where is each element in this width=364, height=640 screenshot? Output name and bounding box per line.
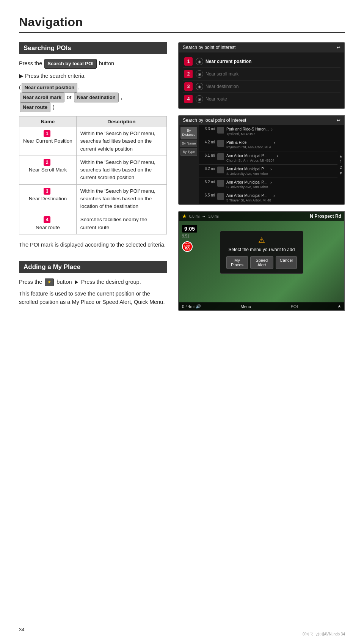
lpoi-dist: 6.2 mi — [202, 180, 215, 184]
screen1-back[interactable]: ↩ — [337, 45, 340, 50]
screen1-item-label: Near destination — [206, 84, 238, 89]
lpoi-arrow: › — [270, 167, 272, 172]
sidebar-btn-by-name[interactable]: By Name — [180, 140, 197, 148]
table-cell-name: 3 Near Destination — [19, 184, 77, 213]
topbar-right: N Prospect Rd — [310, 214, 341, 219]
topbar-left: ★ 0.8 mi → 3.0 mi — [182, 213, 218, 219]
table-cell-name: 4 Near route — [19, 213, 77, 234]
myplace-map: ★ 0.8 mi → 3.0 mi N Prospect Rd 9:05 — [179, 212, 344, 310]
lpoi-item[interactable]: 6.2 mi Ann Arbor Municipal P... S Univer… — [199, 178, 337, 191]
screen2-title: Search by local point of interest — [183, 118, 246, 123]
near-scroll-mark-label[interactable]: Near scroll mark — [20, 93, 64, 102]
searching-pois-header: Searching POIs — [19, 42, 167, 54]
screen1-item-label: Near route — [206, 96, 227, 102]
lpoi-dist: 6.2 mi — [202, 167, 215, 171]
page-title: Navigation — [19, 15, 345, 29]
table-cell-name: 2 Near Scroll Mark — [19, 156, 77, 184]
lpoi-poi-icon — [217, 127, 224, 134]
speed-alert-button[interactable]: Speed Alert — [250, 256, 273, 269]
bottom-dist: 0.44mi 🔊 — [182, 304, 201, 309]
lpoi-name-text: Ann Arbor Municipal P... S University Av… — [226, 167, 268, 176]
near-destination-label[interactable]: Near destination — [74, 93, 119, 102]
screen2-header: Search by local point of interest ↩ — [179, 116, 344, 125]
table-cell-desc: Searches facilities nearby the current r… — [76, 213, 166, 234]
myplace-topbar: ★ 0.8 mi → 3.0 mi N Prospect Rd — [179, 212, 344, 221]
desired-text: desired group. — [106, 279, 141, 285]
table-cell-desc: Within the 'Search by POI' menu, searche… — [76, 156, 166, 184]
row-badge-2: 2 — [44, 159, 50, 166]
bottom-menu-btn[interactable]: Menu — [241, 304, 251, 309]
table-col-desc: Description — [76, 116, 166, 127]
title-divider — [19, 32, 345, 33]
star-icon: ★ — [182, 213, 187, 219]
time-display: 9:05 — [182, 225, 197, 233]
top-dist-left: 0.8 mi — [189, 214, 199, 219]
myplace-button-icon[interactable] — [45, 278, 54, 286]
screen2-body: By DistanceBy NameBy Type 3.3 mi Park an… — [179, 125, 344, 204]
screen1-item-label: Near current position — [206, 59, 251, 64]
adding-myplace-header: Adding a My Place — [19, 261, 167, 273]
screen2-back[interactable]: ↩ — [337, 118, 340, 123]
intro-text: Press the — [19, 60, 42, 66]
adding-myplace-section: Adding a My Place Press the button Press… — [19, 261, 167, 306]
search-by-local-poi-button[interactable]: Search by local POI — [44, 59, 96, 69]
screen-poi: Search by point of interest ↩ 1 ◉ Near c… — [178, 42, 345, 109]
lpoi-dist: 6.1 mi — [202, 153, 215, 157]
lpoi-arrow: › — [277, 153, 278, 159]
arrow-icon-1 — [75, 280, 78, 284]
screen1-badge-2: 2 — [184, 70, 193, 78]
table-cell-name: 1 Near Current Position — [19, 127, 77, 156]
screen1-item[interactable]: 4 ◉ Near route — [183, 93, 340, 105]
lpoi-poi-icon — [217, 140, 224, 147]
lpoi-item[interactable]: 3.3 mi Park and Ride-S Huron... Ypsilant… — [199, 125, 337, 138]
lpoi-item[interactable]: 4.2 mi Park & Ride Plymouth Rd, Ann Arbo… — [199, 138, 337, 151]
screen1-body: 1 ◉ Near current position 2 ◉ Near scrol… — [179, 52, 344, 108]
speed-value: 50 — [183, 247, 192, 251]
myplace-bottombar: 0.44mi 🔊 Menu POI ★ — [179, 302, 344, 310]
poi-icon-4: ◉ — [196, 95, 203, 103]
warning-icon: ⚠ — [226, 236, 297, 245]
lpoi-arrow: › — [271, 127, 273, 132]
row-badge-4: 4 — [44, 216, 50, 223]
lpoi-item[interactable]: 6.2 mi Ann Arbor Municipal P... S Univer… — [199, 165, 337, 178]
file-info: 0[미국_영어]AVN.indb 34 — [303, 632, 345, 637]
screen-myplace: ★ 0.8 mi → 3.0 mi N Prospect Rd 9:05 — [178, 211, 345, 311]
screen1-badge-4: 4 — [184, 95, 193, 103]
left-panel: 9:05 9.51 SPEED LIMIT 50 — [182, 225, 197, 252]
my-places-button[interactable]: My Places — [226, 256, 248, 269]
table-row: 1 Near Current Position Within the 'Sear… — [19, 127, 167, 156]
arrow-para: ▶ Press the search criteria. — [19, 72, 167, 80]
press-text-2: Press the — [81, 279, 104, 285]
screen1-item[interactable]: 3 ◉ Near destination — [183, 80, 340, 93]
cancel-button[interactable]: Cancel — [276, 256, 297, 269]
intro-cont: button — [99, 60, 114, 66]
bottom-poi-btn[interactable]: POI — [291, 304, 298, 309]
speed-limit-badge: SPEED LIMIT 50 — [182, 241, 197, 252]
modal-buttons: My Places Speed Alert Cancel — [226, 256, 297, 269]
footer-text: The POI mark is displayed according to t… — [19, 241, 167, 249]
sidebar-btn-by-type[interactable]: By Type — [180, 148, 197, 156]
lpoi-arrow: › — [274, 140, 275, 145]
lpoi-dist: 3.3 mi — [202, 127, 215, 131]
near-current-position-label[interactable]: Near current position — [22, 83, 77, 93]
lpoi-name-text: Park & Ride Plymouth Rd, Ann Arbor, MI A — [226, 140, 271, 149]
screen-lpoi: Search by local point of interest ↩ By D… — [178, 115, 345, 205]
page-container: Navigation Searching POIs Press the Sear… — [0, 0, 364, 334]
table-row: 2 Near Scroll Mark Within the 'Search by… — [19, 156, 167, 184]
left-column: Searching POIs Press the Search by local… — [19, 42, 167, 310]
top-dist-right: 3.0 mi — [208, 214, 218, 219]
lpoi-dist: 4.2 mi — [202, 140, 215, 144]
criteria-para: (Near current position, Near scroll mark… — [19, 83, 167, 112]
lpoi-item[interactable]: 6.5 mi Ann Arbor Municipal P... 5 Thayer… — [199, 191, 337, 204]
screen-poi-header: Search by point of interest ↩ — [179, 43, 344, 52]
near-route-label[interactable]: Near route — [20, 102, 50, 112]
sidebar-btn-by-distance[interactable]: By Distance — [180, 127, 197, 139]
table-cell-desc: Within the 'Search by POI' menu, searche… — [76, 184, 166, 213]
main-content: Searching POIs Press the Search by local… — [19, 42, 345, 311]
lpoi-page-numbers: ▲ 1 2 ▼ — [337, 125, 344, 204]
row-badge-1: 1 — [44, 130, 50, 137]
screen1-item[interactable]: 2 ◉ Near scroll mark — [183, 68, 340, 80]
lpoi-item[interactable]: 6.1 mi Ann Arbor Municipal P... Church S… — [199, 151, 337, 165]
bottom-star-btn[interactable]: ★ — [337, 304, 341, 309]
screen1-item[interactable]: 1 ◉ Near current position — [183, 55, 340, 68]
